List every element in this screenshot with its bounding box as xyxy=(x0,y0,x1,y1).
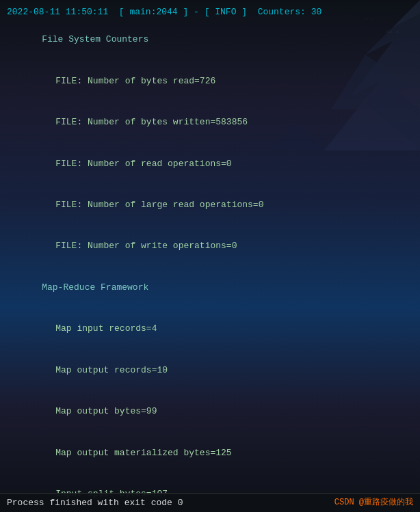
section-mapreduce: Map-Reduce Framework xyxy=(7,267,413,308)
process-exit-text: Process finished with exit code 0 xyxy=(7,498,183,508)
fs-read-ops: FILE: Number of read operations=0 xyxy=(7,143,413,184)
terminal-output: 2022-08-11 11:50:11 [ main:2044 ] - [ IN… xyxy=(0,0,420,512)
map-output-records: Map output records=10 xyxy=(7,350,413,391)
fs-large-read-ops: FILE: Number of large read operations=0 xyxy=(7,185,413,226)
map-input-records: Map input records=4 xyxy=(7,308,413,349)
fs-bytes-written: FILE: Number of bytes written=583856 xyxy=(7,102,413,143)
csdn-watermark: CSDN @重路疫做的我 xyxy=(334,496,413,508)
log-line-1: 2022-08-11 11:50:11 [ main:2044 ] - [ IN… xyxy=(7,5,413,19)
fs-write-ops: FILE: Number of write operations=0 xyxy=(7,226,413,267)
fs-bytes-read: FILE: Number of bytes read=726 xyxy=(7,61,413,102)
map-output-bytes: Map output bytes=99 xyxy=(7,391,413,432)
section-filesystem: File System Counters xyxy=(7,19,413,60)
map-output-materialized: Map output materialized bytes=125 xyxy=(7,432,413,473)
